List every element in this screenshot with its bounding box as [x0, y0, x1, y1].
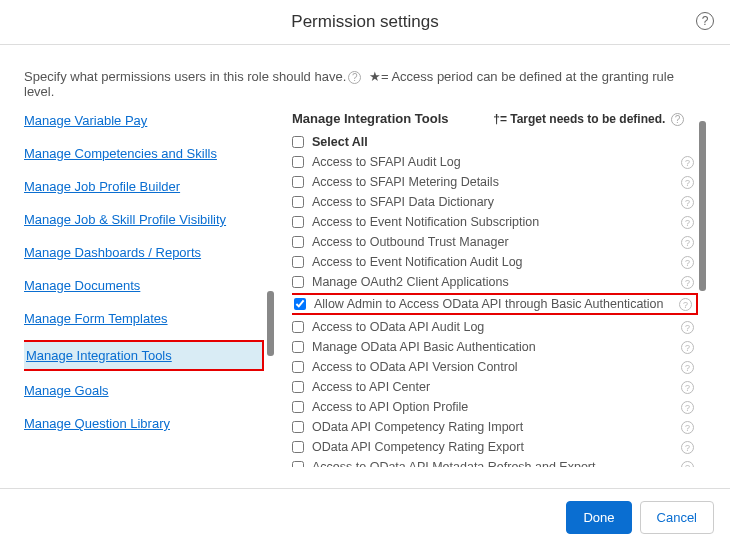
permission-row: Access to Event Notification Audit Log? — [292, 252, 694, 272]
permission-checkbox[interactable] — [292, 156, 304, 168]
permission-label: Access to SFAPI Metering Details — [312, 175, 676, 189]
info-icon[interactable]: ? — [681, 341, 694, 354]
nav-link[interactable]: Manage Form Templates — [24, 309, 168, 328]
permission-label: Access to OData API Audit Log — [312, 320, 676, 334]
nav-link[interactable]: Manage Integration Tools — [26, 346, 172, 365]
permission-row: Access to OData API Metadata Refresh and… — [292, 457, 694, 467]
permission-label: Access to API Option Profile — [312, 400, 676, 414]
scrollbar-thumb[interactable] — [699, 121, 706, 291]
permission-checkbox[interactable] — [292, 216, 304, 228]
permission-row: Allow Admin to Access OData API through … — [292, 293, 698, 315]
permission-checkbox[interactable] — [292, 361, 304, 373]
permission-row: Access to SFAPI Data Dictionary? — [292, 192, 694, 212]
permission-label: Access to Event Notification Subscriptio… — [312, 215, 676, 229]
info-icon[interactable]: ? — [681, 401, 694, 414]
nav-item: Manage Job & Skill Profile Visibility — [24, 210, 264, 229]
cancel-button[interactable]: Cancel — [640, 501, 714, 534]
permission-checkbox[interactable] — [292, 176, 304, 188]
info-icon[interactable]: ? — [681, 276, 694, 289]
nav-item: Manage Documents — [24, 276, 264, 295]
help-icon[interactable]: ? — [671, 113, 684, 126]
nav-link[interactable]: Manage Documents — [24, 276, 140, 295]
permission-checkbox[interactable] — [292, 381, 304, 393]
info-icon[interactable]: ? — [681, 361, 694, 374]
permission-row: OData API Competency Rating Import? — [292, 417, 694, 437]
permission-label: OData API Competency Rating Import — [312, 420, 676, 434]
info-icon[interactable]: ? — [681, 421, 694, 434]
dialog-footer: Done Cancel — [0, 488, 730, 546]
permission-label: Access to API Center — [312, 380, 676, 394]
dialog-header: Permission settings ? — [0, 0, 730, 45]
permission-label: Manage OAuth2 Client Applications — [312, 275, 676, 289]
info-icon[interactable]: ? — [681, 256, 694, 269]
info-icon[interactable]: ? — [681, 196, 694, 209]
permission-checkbox[interactable] — [292, 276, 304, 288]
left-nav: Manage Variable PayManage Competencies a… — [24, 111, 264, 480]
permission-label: Access to OData API Version Control — [312, 360, 676, 374]
help-icon[interactable]: ? — [696, 12, 714, 30]
permission-label: Allow Admin to Access OData API through … — [314, 297, 674, 311]
permission-row: Access to SFAPI Audit Log? — [292, 152, 694, 172]
permission-row: Access to OData API Version Control? — [292, 357, 694, 377]
nav-item: Manage Question Library — [24, 414, 264, 433]
permission-label: OData API Competency Rating Export — [312, 440, 676, 454]
select-all-row: Select All — [292, 132, 694, 152]
permission-checkbox[interactable] — [292, 196, 304, 208]
permission-row: Access to OData API Audit Log? — [292, 317, 694, 337]
nav-link[interactable]: Manage Variable Pay — [24, 111, 147, 130]
permission-label: Access to Outbound Trust Manager — [312, 235, 676, 249]
help-icon[interactable]: ? — [348, 71, 361, 84]
info-icon[interactable]: ? — [681, 441, 694, 454]
right-panel: Manage Integration Tools †= Target needs… — [264, 111, 706, 480]
instruction-prefix: Specify what permissions users in this r… — [24, 69, 346, 84]
nav-link[interactable]: Manage Dashboards / Reports — [24, 243, 201, 262]
info-icon[interactable]: ? — [681, 461, 694, 468]
nav-link[interactable]: Manage Competencies and Skills — [24, 144, 217, 163]
done-button[interactable]: Done — [566, 501, 631, 534]
nav-item: Manage Form Templates — [24, 309, 264, 328]
permission-row: Manage OAuth2 Client Applications? — [292, 272, 694, 292]
target-note-wrap: †= Target needs to be defined. ? — [493, 111, 688, 126]
info-icon[interactable]: ? — [681, 236, 694, 249]
nav-item: Manage Integration Tools — [24, 340, 264, 371]
permission-label: Access to OData API Metadata Refresh and… — [312, 460, 676, 467]
section-title: Manage Integration Tools — [292, 111, 449, 126]
dialog-title: Permission settings — [291, 12, 438, 32]
info-icon[interactable]: ? — [681, 176, 694, 189]
permission-label: Access to SFAPI Data Dictionary — [312, 195, 676, 209]
nav-link[interactable]: Manage Job Profile Builder — [24, 177, 180, 196]
permission-row: Access to SFAPI Metering Details? — [292, 172, 694, 192]
permission-row: Access to Outbound Trust Manager? — [292, 232, 694, 252]
permission-checkbox[interactable] — [292, 256, 304, 268]
permission-label: Access to SFAPI Audit Log — [312, 155, 676, 169]
right-header: Manage Integration Tools †= Target needs… — [292, 111, 706, 126]
permission-label: Access to Event Notification Audit Log — [312, 255, 676, 269]
permission-row: Manage OData API Basic Authentication? — [292, 337, 694, 357]
permission-checkbox[interactable] — [292, 321, 304, 333]
permission-label: Manage OData API Basic Authentication — [312, 340, 676, 354]
target-note: †= Target needs to be defined. — [493, 112, 665, 126]
instruction-text: Specify what permissions users in this r… — [24, 69, 706, 99]
info-icon[interactable]: ? — [681, 156, 694, 169]
permission-checkbox[interactable] — [292, 236, 304, 248]
permission-checkbox[interactable] — [292, 401, 304, 413]
select-all-label: Select All — [312, 135, 694, 149]
nav-item: Manage Job Profile Builder — [24, 177, 264, 196]
permission-checkbox[interactable] — [292, 441, 304, 453]
nav-link[interactable]: Manage Question Library — [24, 414, 170, 433]
permission-row: Access to API Option Profile? — [292, 397, 694, 417]
permission-checkbox[interactable] — [292, 461, 304, 467]
nav-link[interactable]: Manage Job & Skill Profile Visibility — [24, 210, 226, 229]
permission-checkbox[interactable] — [292, 421, 304, 433]
select-all-checkbox[interactable] — [292, 136, 304, 148]
nav-item: Manage Variable Pay — [24, 111, 264, 130]
permission-checkbox[interactable] — [292, 341, 304, 353]
permission-checkbox[interactable] — [294, 298, 306, 310]
nav-item: Manage Competencies and Skills — [24, 144, 264, 163]
nav-link[interactable]: Manage Goals — [24, 381, 109, 400]
info-icon[interactable]: ? — [681, 216, 694, 229]
info-icon[interactable]: ? — [679, 298, 692, 311]
info-icon[interactable]: ? — [681, 321, 694, 334]
nav-item: Manage Dashboards / Reports — [24, 243, 264, 262]
info-icon[interactable]: ? — [681, 381, 694, 394]
